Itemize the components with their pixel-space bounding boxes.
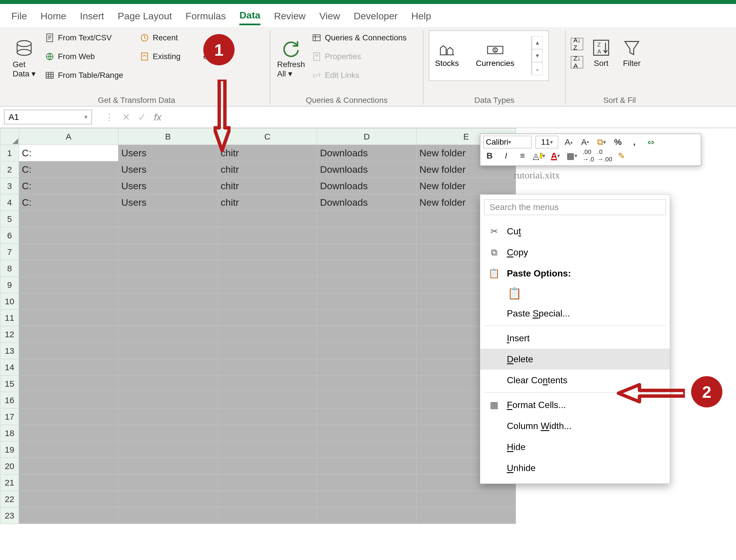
cell-D12[interactable]: [317, 326, 416, 343]
cell-A3[interactable]: C:: [19, 178, 118, 194]
unhide-menu-item[interactable]: Unhide: [480, 457, 670, 478]
cell-B18[interactable]: [118, 425, 218, 442]
format-painter-icon[interactable]: ✎: [615, 149, 627, 162]
delete-menu-item[interactable]: Delete: [480, 349, 670, 370]
formula-input[interactable]: [170, 110, 736, 124]
cell-B1[interactable]: Users: [118, 145, 218, 161]
decrease-decimal-icon[interactable]: .0→.00: [599, 149, 611, 162]
merge-center-icon[interactable]: ⇔: [645, 136, 657, 148]
cell-B5[interactable]: [118, 211, 218, 227]
cell-A9[interactable]: [19, 277, 118, 293]
cell-D19[interactable]: [317, 442, 416, 458]
cell-A22[interactable]: [19, 491, 118, 507]
cell-D1[interactable]: Downloads: [317, 145, 416, 161]
cell-C19[interactable]: [218, 442, 317, 458]
cell-D21[interactable]: [317, 474, 416, 491]
row-header-5[interactable]: 5: [0, 211, 19, 227]
cell-D11[interactable]: [317, 310, 416, 326]
cell-C10[interactable]: [218, 293, 317, 310]
select-all-corner[interactable]: [0, 128, 19, 145]
row-header-22[interactable]: 22: [0, 491, 19, 507]
cell-A8[interactable]: [19, 260, 118, 277]
cell-C15[interactable]: [218, 376, 317, 392]
cell-C11[interactable]: [218, 310, 317, 326]
cell-C5[interactable]: [218, 211, 317, 227]
row-header-21[interactable]: 21: [0, 474, 19, 491]
filter-button[interactable]: Filter: [619, 30, 645, 76]
cell-B4[interactable]: Users: [118, 194, 218, 211]
get-data-button[interactable]: GetData ▾: [9, 30, 40, 87]
cell-A17[interactable]: [19, 409, 118, 425]
comma-style-icon[interactable]: ,: [628, 136, 641, 148]
column-header-B[interactable]: B: [118, 128, 218, 145]
cell-C16[interactable]: [218, 392, 317, 409]
spreadsheet-grid[interactable]: ABCDE1C:UserschitrDownloadsNew folder2C:…: [0, 128, 516, 524]
column-header-A[interactable]: A: [19, 128, 118, 145]
column-header-C[interactable]: C: [218, 128, 317, 145]
row-header-15[interactable]: 15: [0, 376, 19, 392]
tab-data[interactable]: Data: [239, 10, 261, 25]
increase-font-icon[interactable]: A▴: [562, 136, 575, 148]
cell-E23[interactable]: [416, 507, 516, 524]
cell-D18[interactable]: [317, 425, 416, 442]
cell-C9[interactable]: [218, 277, 317, 293]
cell-C13[interactable]: [218, 343, 317, 359]
cell-A16[interactable]: [19, 392, 118, 409]
row-header-4[interactable]: 4: [0, 194, 19, 211]
tab-review[interactable]: Review: [274, 11, 306, 24]
row-header-19[interactable]: 19: [0, 442, 19, 458]
paste-option-default[interactable]: 📋: [480, 284, 670, 303]
cell-A20[interactable]: [19, 458, 118, 474]
cell-D13[interactable]: [317, 343, 416, 359]
copy-menu-item[interactable]: ⧉ Copy: [480, 242, 670, 263]
row-header-8[interactable]: 8: [0, 260, 19, 277]
cell-C18[interactable]: [218, 425, 317, 442]
column-header-D[interactable]: D: [317, 128, 416, 145]
cell-B16[interactable]: [118, 392, 218, 409]
row-header-20[interactable]: 20: [0, 458, 19, 474]
sort-ascending-button[interactable]: A↓Z: [571, 38, 583, 50]
cell-C20[interactable]: [218, 458, 317, 474]
cell-A6[interactable]: [19, 227, 118, 244]
hide-menu-item[interactable]: Hide: [480, 436, 670, 457]
cell-A23[interactable]: [19, 507, 118, 524]
row-header-2[interactable]: 2: [0, 161, 19, 178]
cell-C22[interactable]: [218, 491, 317, 507]
cell-A15[interactable]: [19, 376, 118, 392]
row-header-11[interactable]: 11: [0, 310, 19, 326]
cell-A10[interactable]: [19, 293, 118, 310]
decrease-font-icon[interactable]: A▾: [579, 136, 591, 148]
cell-E22[interactable]: [416, 491, 516, 507]
cell-D5[interactable]: [317, 211, 416, 227]
cell-D20[interactable]: [317, 458, 416, 474]
cell-C6[interactable]: [218, 227, 317, 244]
sort-dialog-button[interactable]: ZA Sort: [588, 30, 614, 76]
cell-A11[interactable]: [19, 310, 118, 326]
cell-C1[interactable]: chitr: [218, 145, 317, 161]
cell-B6[interactable]: [118, 227, 218, 244]
context-menu-search[interactable]: Search the menus: [484, 199, 666, 215]
cell-C23[interactable]: [218, 507, 317, 524]
stocks-datatype-button[interactable]: Stocks: [435, 43, 459, 68]
cell-C14[interactable]: [218, 359, 317, 376]
cell-D9[interactable]: [317, 277, 416, 293]
cell-D6[interactable]: [317, 227, 416, 244]
scroll-down-icon[interactable]: ▾: [532, 49, 543, 62]
paste-special-menu-item[interactable]: Paste Special...: [480, 303, 670, 324]
cell-D23[interactable]: [317, 507, 416, 524]
cell-D17[interactable]: [317, 409, 416, 425]
row-header-18[interactable]: 18: [0, 425, 19, 442]
scroll-up-icon[interactable]: ▴: [532, 36, 543, 49]
tab-view[interactable]: View: [319, 11, 340, 24]
cell-C12[interactable]: [218, 326, 317, 343]
row-header-3[interactable]: 3: [0, 178, 19, 194]
accounting-format-icon[interactable]: ⧉: [595, 136, 608, 148]
align-center-icon[interactable]: ≡: [516, 149, 529, 162]
queries-connections-button[interactable]: Queries & Connections: [312, 30, 406, 45]
datatypes-scroll[interactable]: ▴ ▾ ⌄: [531, 36, 543, 75]
increase-decimal-icon[interactable]: .00→.0: [582, 149, 595, 162]
cell-D3[interactable]: Downloads: [317, 178, 416, 194]
cell-A4[interactable]: C:: [19, 194, 118, 211]
cell-D15[interactable]: [317, 376, 416, 392]
cell-B7[interactable]: [118, 244, 218, 260]
